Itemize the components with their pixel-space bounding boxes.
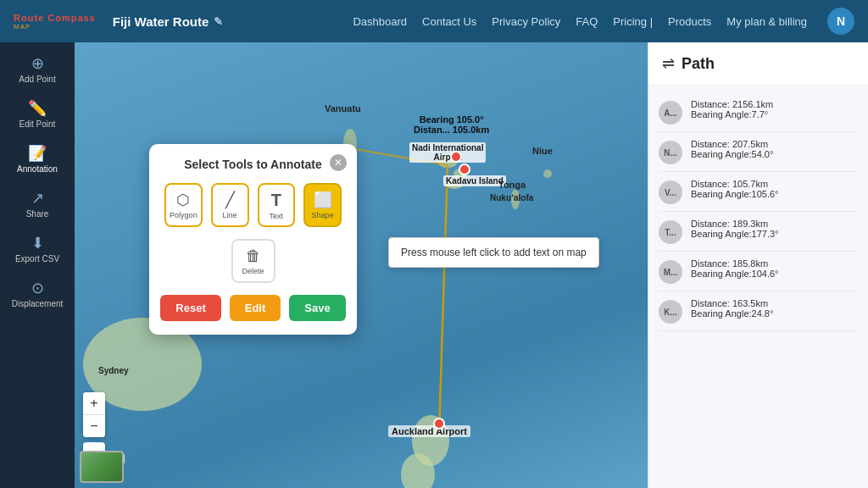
sidebar-item-displacement[interactable]: ⊙ Displacement xyxy=(3,274,71,313)
path-dot-4: M... xyxy=(659,260,682,284)
svg-point-7 xyxy=(543,169,552,178)
nav-links: Dashboard Contact Us Privacy Policy FAQ … xyxy=(353,8,854,35)
path-list: A... Distance: 2156.1km Bearing Angle:7.… xyxy=(648,86,868,488)
map-area[interactable]: Bearing 105.0° Distan... 105.0km Nadi In… xyxy=(75,42,648,488)
save-button[interactable]: Save xyxy=(289,295,345,321)
path-item-4: M... Distance: 185.8km Bearing Angle:104… xyxy=(659,252,858,291)
svg-point-8 xyxy=(446,180,463,189)
panel-title-text: Path xyxy=(682,55,715,73)
zoom-controls: + − xyxy=(83,392,105,437)
panel-header: ⇌ Path xyxy=(648,42,868,86)
map-type-thumbnail[interactable] xyxy=(80,451,124,483)
tool-delete[interactable]: 🗑 Delete xyxy=(231,239,275,283)
path-dot-5: K... xyxy=(659,300,682,324)
polygon-icon: ⬡ xyxy=(176,191,190,209)
sidebar-item-annotation[interactable]: 📝 Annotation xyxy=(3,139,71,179)
tool-shape[interactable]: ⬜ Shape xyxy=(303,183,342,227)
text-label: Text xyxy=(270,212,284,220)
route-title-text: Fiji Water Route xyxy=(113,14,209,29)
line-label: Line xyxy=(223,211,237,219)
sidebar-item-export-csv[interactable]: ⬇ Export CSV xyxy=(3,229,71,269)
edit-title-icon[interactable]: ✎ xyxy=(214,15,223,28)
sidebar-label-add-point: Add Point xyxy=(19,75,55,84)
sidebar-label-displacement: Displacement xyxy=(12,299,64,308)
nav-billing[interactable]: My plan & billing xyxy=(726,15,807,28)
share-icon: ↗ xyxy=(31,189,44,208)
sidebar-label-share: Share xyxy=(26,209,49,219)
edit-button[interactable]: Edit xyxy=(230,295,281,321)
bearing-label: Bearing 105.0° xyxy=(414,114,489,125)
distance-label: Distan... 105.0km xyxy=(414,125,489,135)
annotation-icon: 📝 xyxy=(28,144,47,163)
path-bearing-1: Bearing Angle:54.0° xyxy=(691,149,858,159)
path-dist-1: Distance: 207.5km xyxy=(691,139,858,149)
tool-line[interactable]: ╱ Line xyxy=(211,183,249,227)
svg-line-9 xyxy=(439,165,448,432)
path-bearing-4: Bearing Angle:104.6° xyxy=(691,269,858,279)
user-avatar[interactable]: N xyxy=(827,8,854,35)
path-dist-0: Distance: 2156.1km xyxy=(691,99,858,109)
path-item-2: V... Distance: 105.7km Bearing Angle:105… xyxy=(659,172,858,212)
logo-top: Route Compass xyxy=(14,13,96,23)
path-dot-2: V... xyxy=(659,180,682,204)
line-icon: ╱ xyxy=(225,191,235,209)
annotation-popup: Select Tools to Annotate ✕ ⬡ Polygon ╱ L… xyxy=(149,144,357,335)
nav-faq[interactable]: FAQ xyxy=(576,15,598,28)
zoom-out-button[interactable]: − xyxy=(83,415,105,437)
logo-area: Route Compass MAP xyxy=(14,13,96,30)
export-csv-icon: ⬇ xyxy=(31,234,44,252)
sidebar-label-edit-point: Edit Point xyxy=(19,119,56,129)
path-dist-4: Distance: 185.8km xyxy=(691,258,858,269)
panel-title-icon: ⇌ xyxy=(662,54,675,73)
nav-contact[interactable]: Contact Us xyxy=(422,15,476,28)
left-sidebar: ⊕ Add Point ✏️ Edit Point 📝 Annotation ↗… xyxy=(0,42,75,488)
header: Route Compass MAP Fiji Water Route ✎ Das… xyxy=(0,0,868,42)
path-item-0: A... Distance: 2156.1km Bearing Angle:7.… xyxy=(659,92,858,132)
zoom-in-button[interactable]: + xyxy=(83,392,105,414)
edit-point-icon: ✏️ xyxy=(28,99,47,118)
path-dist-5: Distance: 163.5km xyxy=(691,298,858,308)
path-dot-3: T... xyxy=(659,220,682,244)
path-info-1: Distance: 207.5km Bearing Angle:54.0° xyxy=(691,139,858,159)
sidebar-item-add-point[interactable]: ⊕ Add Point xyxy=(3,49,71,89)
shape-icon: ⬜ xyxy=(314,191,332,209)
map-marker-nadi xyxy=(450,151,462,163)
map-marker-kadavu xyxy=(459,164,470,175)
displacement-icon: ⊙ xyxy=(31,279,44,297)
sidebar-label-export-csv: Export CSV xyxy=(15,254,59,263)
path-bearing-5: Bearing Angle:24.8° xyxy=(691,308,858,319)
sidebar-item-share[interactable]: ↗ Share xyxy=(3,184,71,224)
nav-dashboard[interactable]: Dashboard xyxy=(353,15,407,28)
map-tooltip: Press mouse left click to add text on ma… xyxy=(388,237,599,268)
sidebar-item-edit-point[interactable]: ✏️ Edit Point xyxy=(3,94,71,134)
path-info-3: Distance: 189.3km Bearing Angle:177.3° xyxy=(691,219,858,239)
path-dot-0: A... xyxy=(659,101,682,125)
tool-text[interactable]: T Text xyxy=(258,183,296,227)
tool-grid: ⬡ Polygon ╱ Line T Text ⬜ Shape xyxy=(164,183,342,227)
path-item-5: K... Distance: 163.5km Bearing Angle:24.… xyxy=(659,291,858,331)
path-bearing-0: Bearing Angle:7.7° xyxy=(691,109,858,119)
path-item-3: T... Distance: 189.3km Bearing Angle:177… xyxy=(659,212,858,252)
popup-title: Select Tools to Annotate xyxy=(164,158,342,171)
add-point-icon: ⊕ xyxy=(31,54,44,73)
path-info-5: Distance: 163.5km Bearing Angle:24.8° xyxy=(691,298,858,319)
route-title: Fiji Water Route ✎ xyxy=(113,14,224,29)
sidebar-label-annotation: Annotation xyxy=(17,164,58,174)
nav-pricing[interactable]: Pricing | xyxy=(613,15,653,28)
nav-privacy[interactable]: Privacy Policy xyxy=(492,15,560,28)
bearing-info: Bearing 105.0° Distan... 105.0km xyxy=(414,114,489,135)
path-dist-3: Distance: 189.3km xyxy=(691,219,858,229)
tool-polygon[interactable]: ⬡ Polygon xyxy=(164,183,203,227)
right-panel: ⇌ Path A... Distance: 2156.1km Bearing A… xyxy=(648,42,868,488)
logo-bottom: MAP xyxy=(14,23,96,30)
svg-line-10 xyxy=(350,148,448,165)
shape-label: Shape xyxy=(312,211,334,219)
svg-point-6 xyxy=(511,189,520,209)
nav-products[interactable]: Products xyxy=(668,15,711,28)
path-info-0: Distance: 2156.1km Bearing Angle:7.7° xyxy=(691,99,858,119)
reset-button[interactable]: Reset xyxy=(160,295,220,321)
popup-close-button[interactable]: ✕ xyxy=(330,154,347,171)
path-info-4: Distance: 185.8km Bearing Angle:104.6° xyxy=(691,258,858,279)
delete-label: Delete xyxy=(242,267,264,275)
path-dot-1: N... xyxy=(659,141,682,164)
